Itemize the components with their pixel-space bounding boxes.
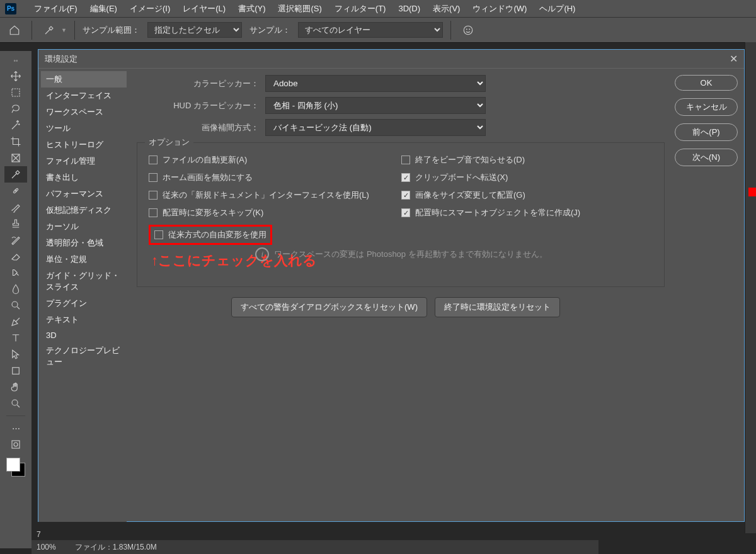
sidebar-item-guides[interactable]: ガイド・グリッド・スライス <box>41 268 127 295</box>
color-swatch[interactable] <box>6 458 25 477</box>
reset-warnings-button[interactable]: すべての警告ダイアログボックスをリセット(W) <box>231 297 427 317</box>
prefs-content: カラーピッカー： Adobe HUD カラーピッカー： 色相 - 四角形 (小)… <box>127 69 675 522</box>
tools-panel: •• ⋯ <box>0 51 32 548</box>
hand-tool[interactable] <box>4 379 27 395</box>
svg-point-6 <box>12 302 18 307</box>
svg-rect-9 <box>12 441 20 448</box>
svg-point-10 <box>14 443 18 446</box>
svg-point-8 <box>12 400 18 405</box>
frame-tool[interactable] <box>4 150 27 166</box>
reset-prefs-button[interactable]: 終了時に環境設定をリセット <box>435 297 560 317</box>
dodge-tool[interactable] <box>4 297 27 314</box>
prev-button[interactable]: 前へ(P) <box>675 123 738 141</box>
blur-tool[interactable] <box>4 281 27 297</box>
type-tool[interactable] <box>4 330 27 346</box>
menu-layer[interactable]: レイヤー(L) <box>176 1 232 17</box>
color-picker-select[interactable]: Adobe <box>265 75 486 92</box>
menu-type[interactable]: 書式(Y) <box>232 1 272 17</box>
close-icon[interactable]: ✕ <box>730 53 738 65</box>
sidebar-item-filehandling[interactable]: ファイル管理 <box>41 153 127 169</box>
hud-picker-select[interactable]: 色相 - 四角形 (小) <box>265 97 486 114</box>
checkbox-skip-transform[interactable]: 配置時に変形をスキップ(K) <box>149 207 401 218</box>
checkbox-smart-object[interactable]: ✓配置時にスマートオブジェクトを常に作成(J) <box>401 207 654 218</box>
move-tool[interactable] <box>4 68 27 84</box>
sidebar-item-cursors[interactable]: カーソル <box>41 218 127 235</box>
preferences-dialog: 環境設定 ✕ 一般 インターフェイス ワークスペース ツール ヒストリーログ フ… <box>38 49 745 522</box>
eyedropper-tool[interactable] <box>4 166 27 183</box>
zoom-level[interactable]: 100% <box>37 543 56 551</box>
checkbox-disable-home[interactable]: ホーム画面を無効にする <box>149 172 401 183</box>
sidebar-item-type[interactable]: テキスト <box>41 312 127 328</box>
highlight-box: 従来方式の自由変形を使用 <box>149 225 272 245</box>
menu-view[interactable]: 表示(V) <box>427 1 466 17</box>
gradient-tool[interactable] <box>4 264 27 281</box>
crop-tool[interactable] <box>4 133 27 150</box>
sidebar-item-workspace[interactable]: ワークスペース <box>41 104 127 120</box>
next-button[interactable]: 次へ(N) <box>675 149 738 166</box>
pen-tool[interactable] <box>4 314 27 330</box>
menu-filter[interactable]: フィルター(T) <box>328 1 392 17</box>
prefs-sidebar: 一般 インターフェイス ワークスペース ツール ヒストリーログ ファイル管理 書… <box>38 69 127 522</box>
home-icon[interactable] <box>5 21 24 40</box>
healing-tool[interactable] <box>4 183 27 199</box>
eyedropper-icon[interactable] <box>40 21 59 40</box>
wand-tool[interactable] <box>4 117 27 133</box>
svg-rect-3 <box>12 89 20 96</box>
divider <box>6 416 25 416</box>
separator <box>450 21 451 40</box>
sample-select[interactable]: すべてのレイヤー <box>298 22 443 38</box>
interp-label: 画像補間方式： <box>127 122 265 133</box>
zoom-tool[interactable] <box>4 395 27 412</box>
checkbox-resize-place[interactable]: ✓画像をサイズ変更して配置(G) <box>401 189 654 201</box>
sidebar-item-plugins[interactable]: プラグイン <box>41 295 127 312</box>
sample-range-select[interactable]: 指定したピクセル <box>147 22 242 38</box>
lasso-tool[interactable] <box>4 101 27 117</box>
sidebar-item-historylog[interactable]: ヒストリーログ <box>41 137 127 153</box>
color-picker-label: カラーピッカー： <box>127 78 265 89</box>
menu-image[interactable]: イメージ(I) <box>123 1 176 17</box>
checkbox-auto-update[interactable]: ファイルの自動更新(A) <box>149 154 401 166</box>
menu-select[interactable]: 選択範囲(S) <box>272 1 328 17</box>
quick-mask[interactable] <box>4 436 27 453</box>
sidebar-item-transparency[interactable]: 透明部分・色域 <box>41 235 127 251</box>
svg-point-0 <box>464 26 472 35</box>
sidebar-item-scratch[interactable]: 仮想記憶ディスク <box>41 202 127 218</box>
options-group: オプション ファイルの自動更新(A) ホーム画面を無効にする 従来の「新規ドキュ… <box>137 142 665 287</box>
sidebar-item-3d[interactable]: 3D <box>41 328 127 342</box>
checkbox-legacy-freetransform[interactable]: 従来方式の自由変形を使用 <box>154 229 266 240</box>
path-select-tool[interactable] <box>4 346 27 363</box>
menu-edit[interactable]: 編集(E) <box>84 1 123 17</box>
stamp-tool[interactable] <box>4 215 27 232</box>
file-label: ファイル： <box>75 543 113 551</box>
interp-select[interactable]: バイキュービック法 (自動) <box>265 119 486 136</box>
sidebar-item-export[interactable]: 書き出し <box>41 169 127 186</box>
sidebar-item-units[interactable]: 単位・定規 <box>41 251 127 268</box>
smiley-icon[interactable] <box>459 21 478 40</box>
brush-tool[interactable] <box>4 199 27 215</box>
sidebar-item-general[interactable]: 一般 <box>41 71 127 88</box>
menu-help[interactable]: ヘルプ(H) <box>533 1 581 17</box>
checkbox-legacy-newdoc[interactable]: 従来の「新規ドキュメント」インターフェイスを使用(L) <box>149 189 401 201</box>
marquee-tool[interactable] <box>4 84 27 101</box>
sidebar-item-interface[interactable]: インターフェイス <box>41 88 127 104</box>
menu-file[interactable]: ファイル(F) <box>28 1 84 17</box>
ok-button[interactable]: OK <box>675 75 738 91</box>
sample-label: サンプル： <box>249 25 290 36</box>
checkbox-export-clipboard[interactable]: ✓クリップボードへ転送(X) <box>401 172 654 183</box>
svg-point-2 <box>469 29 470 30</box>
checkbox-beep[interactable]: 終了をビープ音で知らせる(D) <box>401 154 654 166</box>
sidebar-item-tools[interactable]: ツール <box>41 120 127 137</box>
sidebar-item-techpreview[interactable]: テクノロジープレビュー <box>41 342 127 370</box>
menu-3d[interactable]: 3D(D) <box>392 1 427 16</box>
shape-tool[interactable] <box>4 363 27 379</box>
sidebar-item-performance[interactable]: パフォーマンス <box>41 186 127 202</box>
menu-window[interactable]: ウィンドウ(W) <box>466 1 533 17</box>
chevron-down-icon[interactable]: ▼ <box>61 27 67 33</box>
cancel-button[interactable]: キャンセル <box>675 98 738 116</box>
edit-toolbar[interactable]: ⋯ <box>4 420 27 436</box>
info-message: i ワークスペースの変更は Photoshop を再起動するまで有効になりません… <box>149 247 654 261</box>
doc-tab-label: 7 <box>37 530 41 539</box>
collapse-dots[interactable]: •• <box>13 57 18 64</box>
eraser-tool[interactable] <box>4 248 27 264</box>
history-brush-tool[interactable] <box>4 232 27 248</box>
